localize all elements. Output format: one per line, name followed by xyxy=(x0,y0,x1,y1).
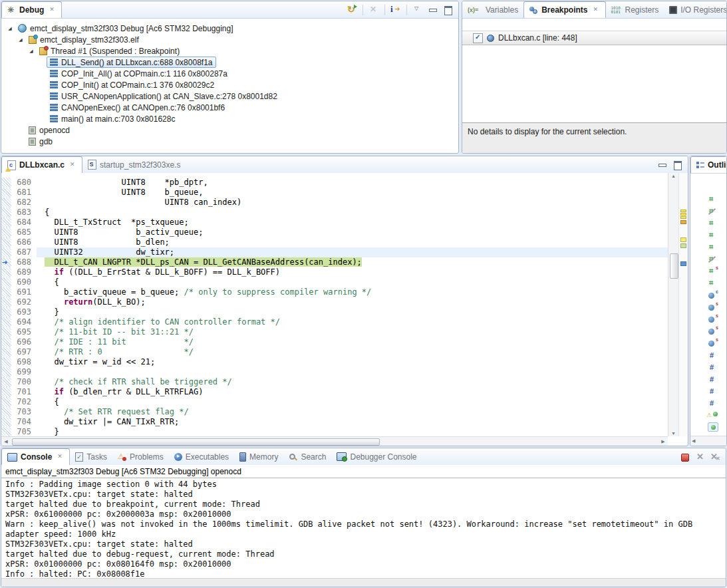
scroll-left-icon[interactable]: ◀ xyxy=(1,437,11,446)
tab-memory[interactable]: Memory xyxy=(234,448,283,465)
code-line-680[interactable]: 680 UINT8 *pb_dptr, xyxy=(1,178,668,188)
scroll-down-icon[interactable]: ▼ xyxy=(668,431,678,436)
outline-item[interactable] xyxy=(708,361,726,373)
code-line-694[interactable]: 694 /* align identifier to CAN controlle… xyxy=(1,317,668,327)
editor-gutter[interactable] xyxy=(1,347,11,357)
outline-item[interactable] xyxy=(708,349,726,361)
outline-item[interactable] xyxy=(708,337,726,349)
code-line-681[interactable]: 681 UINT8 b_queue, xyxy=(1,188,668,198)
editor-gutter[interactable] xyxy=(1,327,11,337)
collapse-arrow-icon[interactable]: ◢ xyxy=(27,45,36,57)
outline-item[interactable] xyxy=(708,397,726,409)
tab-outline[interactable]: Outline xyxy=(690,156,726,174)
outline-item[interactable] xyxy=(708,218,726,229)
outline-item[interactable] xyxy=(708,373,726,385)
tree-row-canopenexec[interactable]: CANOpenExec() at CANOpen.c:76 0x8001bf6 xyxy=(1,102,458,113)
editor-gutter[interactable] xyxy=(1,337,11,347)
code-line-685[interactable]: 685 UINT8 b_activ_queue; xyxy=(1,227,668,237)
editor-gutter[interactable] xyxy=(1,297,11,307)
outline-item[interactable] xyxy=(708,253,726,265)
annotation-marker[interactable] xyxy=(680,220,686,224)
code-line-703[interactable]: 703 /* Set RTR request flag */ xyxy=(1,407,668,417)
terminate-icon[interactable] xyxy=(678,451,692,463)
editor-gutter[interactable] xyxy=(1,377,11,387)
remove-all-launches-icon[interactable] xyxy=(709,451,722,463)
code-line-691[interactable]: 691 b_activ_queue = b_queue; /* only to … xyxy=(1,287,668,297)
code-line-684[interactable]: 684 DLL_t_TxStruct *ps_txqueue; xyxy=(1,218,668,227)
outline-item[interactable] xyxy=(708,313,726,325)
code-line-688[interactable]: ➜688 DLL_t_CAN LNGPTR *DLL_ps_CAN = DLL_… xyxy=(1,257,668,267)
code-line-696[interactable]: 696 /* IDE : 11 bit */ xyxy=(1,337,668,347)
overview-ruler[interactable] xyxy=(678,173,688,436)
tab-problems[interactable]: Problems xyxy=(112,448,169,465)
tab-console[interactable]: Console xyxy=(1,448,70,466)
minimize-icon[interactable] xyxy=(656,159,669,171)
tree-row-emct-display-stm32f303[interactable]: ◢emct_display_stm32f303 Debug [Ac6 STM32… xyxy=(1,23,458,34)
outline-item[interactable] xyxy=(708,301,726,313)
breakpoint-checkbox[interactable] xyxy=(473,33,483,43)
code-line-692[interactable]: 692 return(DLL_k_BO); xyxy=(1,297,668,307)
scroll-right-icon[interactable]: ▶ xyxy=(658,437,668,446)
terminate-disabled-icon[interactable] xyxy=(367,4,380,16)
code-line-697[interactable]: 697 /* RTR : 0 */ xyxy=(1,347,668,357)
outline-item[interactable] xyxy=(708,265,726,277)
tree-row-thread[interactable]: ◢Thread #1 (Suspended : Breakpoint) xyxy=(1,45,458,57)
editor-gutter[interactable] xyxy=(1,417,11,427)
editor-gutter[interactable] xyxy=(1,227,11,237)
editor-gutter[interactable] xyxy=(1,267,11,277)
tree-row-openocd[interactable]: openocd xyxy=(1,124,458,136)
source-editor[interactable]: 680 UINT8 *pb_dptr,681 UINT8 b_queue,682… xyxy=(1,173,668,436)
outline-item[interactable] xyxy=(708,277,726,289)
editor-gutter[interactable] xyxy=(1,387,11,397)
tab-i-o-registers[interactable]: I/O Registers xyxy=(664,1,726,18)
outline-item[interactable] xyxy=(708,289,726,301)
editor-gutter[interactable] xyxy=(1,367,11,377)
annotation-marker[interactable] xyxy=(680,216,686,219)
tab-registers[interactable]: Registers xyxy=(606,1,664,18)
annotation-marker[interactable] xyxy=(680,237,686,242)
collapse-arrow-icon[interactable]: ◢ xyxy=(16,34,25,45)
scroll-up-icon[interactable]: ▲ xyxy=(668,174,678,178)
code-line-686[interactable]: 686 UINT8 b_dlen; xyxy=(1,237,668,247)
tab-debugger-console[interactable]: Debugger Console xyxy=(331,448,422,465)
code-line-695[interactable]: 695 /* 11-bit ID -- bit 31::21 */ xyxy=(1,327,668,337)
tree-row-cop-init[interactable]: COP_Init() at COPmain.c:1 376 0x80029c2 xyxy=(1,79,458,90)
maximize-icon[interactable] xyxy=(442,4,455,16)
close-icon[interactable] xyxy=(593,7,600,14)
annotation-marker[interactable] xyxy=(680,213,686,216)
outline-horizontal-scrollbar[interactable]: ◀ xyxy=(690,436,726,446)
close-icon[interactable] xyxy=(57,454,64,461)
editor-gutter[interactable] xyxy=(1,317,11,327)
editor-gutter[interactable] xyxy=(1,397,11,407)
outline-item[interactable] xyxy=(708,241,726,253)
code-line-689[interactable]: 689 if ((DLL_b_ErrStat & DLL_k_BOFF) == … xyxy=(1,267,668,277)
instruction-stepping-icon[interactable] xyxy=(389,4,402,16)
outline-item[interactable] xyxy=(708,409,726,421)
code-line-705[interactable]: 705 } xyxy=(1,427,668,436)
console-output[interactable]: emct_display_stm32f303 Debug [Ac6 STM32 … xyxy=(1,465,726,579)
editor-gutter[interactable] xyxy=(1,357,11,367)
tab-executables[interactable]: Executables xyxy=(169,448,234,465)
tree-row-dll-send[interactable]: DLL_Send() at DLLbxcan.c:688 0x8008f1a xyxy=(1,57,458,68)
outline-item[interactable] xyxy=(708,229,726,241)
tab-variables[interactable]: Variables xyxy=(462,1,523,18)
tree-row-emct-display-stm32f303-elf[interactable]: ◢emct_display_stm32f303.elf xyxy=(1,34,458,45)
editor-gutter[interactable] xyxy=(1,247,11,257)
code-line-699[interactable]: 699 xyxy=(1,367,668,377)
code-line-698[interactable]: 698 dw_tixr = w_id << 21; xyxy=(1,357,668,367)
code-line-687[interactable]: 687 UINT32 dw_tixr; xyxy=(1,247,668,257)
editor-gutter[interactable] xyxy=(1,427,11,436)
horizontal-scroll-thumb[interactable] xyxy=(12,438,380,446)
tab-startup-stm32f303xe-s[interactable]: startup_stm32f303xe.s xyxy=(82,156,186,173)
outline-item[interactable] xyxy=(708,325,726,337)
vertical-scroll-thumb[interactable] xyxy=(670,253,678,279)
code-line-701[interactable]: 701 if (b_dlen_rtr & DLL_k_RTRFLAG) xyxy=(1,387,668,397)
code-line-683[interactable]: 683{ xyxy=(1,208,668,218)
console-horizontal-scrollbar[interactable] xyxy=(1,578,726,587)
breakpoint-row[interactable]: DLLbxcan.c [line: 448] xyxy=(462,31,726,45)
code-line-693[interactable]: 693 } xyxy=(1,307,668,317)
code-line-704[interactable]: 704 dw_tixr |= CAN_TIxR_RTR; xyxy=(1,417,668,427)
editor-gutter[interactable] xyxy=(1,178,11,188)
code-line-702[interactable]: 702 { xyxy=(1,397,668,407)
tab-dllbxcan-c[interactable]: DLLbxcan.c xyxy=(1,156,82,174)
